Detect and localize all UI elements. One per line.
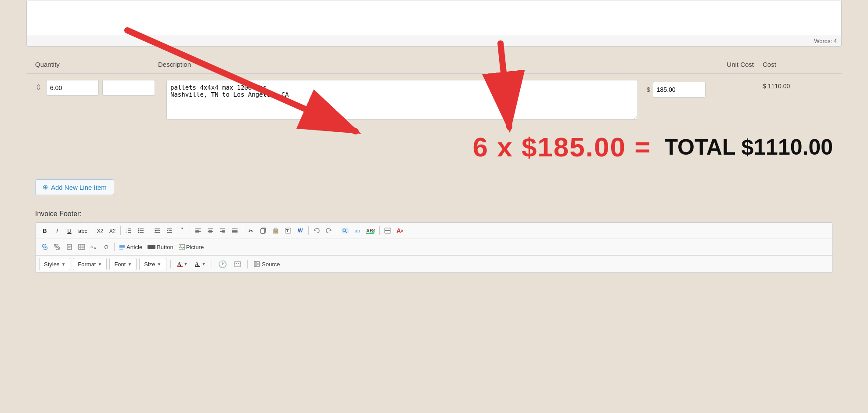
align-justify-button[interactable]	[229, 225, 241, 236]
unordered-list-button[interactable]	[135, 225, 147, 236]
svg-rect-43	[274, 228, 277, 230]
fontsize-button[interactable]: AA	[88, 241, 100, 253]
bold-button[interactable]: B	[39, 225, 50, 236]
separator-3	[149, 226, 149, 235]
replace-button[interactable]: ab	[352, 225, 363, 236]
clock-button[interactable]: 🕐	[216, 258, 229, 270]
styles-dropdown[interactable]: Styles ▼	[39, 258, 70, 270]
clear-format-button[interactable]: A×	[394, 225, 406, 236]
quantity-input[interactable]	[46, 80, 99, 96]
cost-col: $ 1110.00	[763, 83, 833, 90]
description-textarea[interactable]: pallets 4x4x4 max 1200 lbs Nashville, TN…	[166, 80, 638, 120]
svg-text:3.: 3.	[126, 231, 127, 233]
notes-textarea-section: Words: 4	[26, 0, 842, 47]
format-dropdown[interactable]: Format ▼	[73, 258, 107, 270]
header-quantity: Quantity	[35, 61, 158, 68]
header-cost: Cost	[763, 61, 833, 68]
svg-marker-48	[314, 229, 316, 231]
paste-word-button[interactable]: W	[295, 225, 306, 236]
highlight-button[interactable]: A ▼	[192, 258, 208, 270]
description-col: pallets 4x4x4 max 1200 lbs Nashville, TN…	[166, 80, 638, 121]
svg-text:A: A	[90, 245, 93, 249]
align-left-button[interactable]	[192, 225, 204, 236]
svg-point-15	[138, 232, 139, 233]
svg-marker-49	[329, 229, 331, 231]
quantity-col	[46, 80, 160, 96]
styles-label: Styles	[44, 261, 59, 268]
svg-rect-74	[179, 244, 185, 250]
paste-text-button[interactable]: T	[282, 225, 294, 236]
separator-7	[337, 226, 337, 235]
indent-button[interactable]	[164, 225, 175, 236]
table-button[interactable]	[76, 241, 87, 253]
size-label: Size	[144, 261, 155, 268]
blockquote-button[interactable]: "	[176, 225, 187, 236]
button-widget-button[interactable]: Button	[145, 241, 176, 253]
toolbar-row-3: Styles ▼ Format ▼ Font ▼ Size ▼ A	[36, 255, 832, 272]
align-right-button[interactable]	[217, 225, 228, 236]
superscript-button[interactable]: X2	[107, 225, 118, 236]
strikethrough-button[interactable]: abc	[76, 225, 90, 236]
svg-point-13	[138, 228, 139, 230]
separator-r3-3	[247, 260, 248, 268]
unit-cost-input[interactable]	[653, 82, 706, 98]
size-dropdown[interactable]: Size ▼	[139, 258, 166, 270]
svg-rect-62	[79, 244, 85, 250]
font-color-arrow-icon: ▼	[184, 262, 188, 266]
invoice-footer-section: Invoice Footer: B I U abc X2 X2 1.2.3.	[26, 203, 842, 273]
notes-textarea-content	[27, 0, 841, 36]
line-items-header: Quantity Description Unit Cost Cost	[26, 55, 842, 74]
separator-2	[120, 226, 121, 235]
underline-button[interactable]: U	[64, 225, 75, 236]
source-label: Source	[262, 261, 280, 268]
toolbar-row-1: B I U abc X2 X2 1.2.3.	[36, 223, 832, 239]
unlink-button[interactable]	[51, 241, 63, 253]
editor-container: B I U abc X2 X2 1.2.3.	[35, 222, 833, 273]
page-break-button[interactable]	[232, 258, 243, 270]
omega-button[interactable]: Ω	[101, 241, 112, 253]
align-center-button[interactable]	[205, 225, 216, 236]
article-label: Article	[126, 244, 142, 250]
quantity-extra-input[interactable]	[102, 80, 155, 96]
svg-text:A: A	[195, 261, 199, 267]
font-color-button[interactable]: A ▼	[175, 258, 190, 270]
subscript-button[interactable]: X2	[94, 225, 106, 236]
copy-button[interactable]	[258, 225, 269, 236]
invoice-footer-label: Invoice Footer:	[35, 210, 833, 218]
header-unit-cost: Unit Cost	[653, 61, 763, 68]
words-count: Words: 4	[27, 36, 841, 46]
separator-r3-1	[170, 260, 171, 268]
undo-button[interactable]	[311, 225, 322, 236]
format-label: Format	[78, 261, 96, 268]
source-button[interactable]: Source	[252, 258, 282, 270]
svg-rect-79	[195, 266, 200, 267]
separator-r3-2	[212, 260, 212, 268]
svg-rect-44	[274, 231, 277, 231]
line-items-area: Quantity Description Unit Cost Cost ⇕ pa…	[26, 55, 842, 203]
ordered-list-button[interactable]: 1.2.3.	[123, 225, 134, 236]
svg-marker-19	[155, 230, 156, 232]
article-button[interactable]: Article	[117, 241, 144, 253]
font-dropdown[interactable]: Font ▼	[109, 258, 137, 270]
svg-rect-83	[254, 261, 259, 267]
add-line-item-section: ⊕ Add New Line Item	[26, 171, 842, 203]
svg-rect-73	[148, 245, 155, 249]
add-line-item-button[interactable]: ⊕ Add New Line Item	[35, 179, 114, 195]
drag-handle-icon[interactable]: ⇕	[35, 83, 42, 92]
cut-button[interactable]: ✂	[245, 225, 257, 236]
calc-total: TOTAL $1110.00	[664, 134, 833, 160]
paste-button[interactable]	[270, 225, 281, 236]
spellcheck-button[interactable]: ABC	[364, 225, 377, 236]
svg-point-14	[138, 230, 139, 232]
outdent-button[interactable]	[151, 225, 163, 236]
redo-button[interactable]	[323, 225, 335, 236]
doc-button[interactable]	[64, 241, 75, 253]
italic-button[interactable]: I	[51, 225, 63, 236]
format-strikethrough-button[interactable]	[382, 225, 393, 236]
picture-button[interactable]: Picture	[176, 241, 206, 253]
find-button[interactable]	[339, 225, 351, 236]
unit-cost-col: $	[647, 82, 756, 98]
link-button[interactable]	[39, 241, 50, 253]
toolbar-row-2: AA Ω Article Button Picture	[36, 239, 832, 255]
separator-8	[379, 226, 380, 235]
